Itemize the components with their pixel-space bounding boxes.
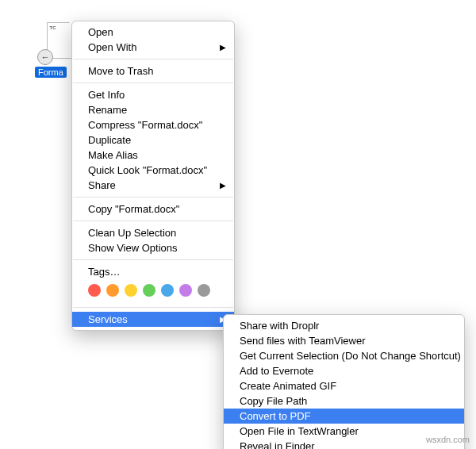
tag-dot[interactable]	[179, 284, 192, 297]
tag-dot[interactable]	[198, 284, 210, 297]
menu-item-label: Copy "Format.docx"	[88, 203, 179, 215]
context-menu[interactable]: OpenOpen With▶Move to TrashGet InfoRenam…	[71, 21, 235, 331]
menu-item[interactable]: Move to Trash	[72, 63, 234, 79]
submenu-item-label: Create Animated GIF	[240, 380, 336, 392]
submenu-item-label: Send files with TeamViewer	[240, 335, 366, 347]
tag-dot[interactable]	[161, 284, 174, 297]
menu-item-label: Show View Options	[88, 242, 178, 254]
menu-item[interactable]: Get Info	[72, 87, 234, 102]
menu-item-label: Clean Up Selection	[88, 227, 176, 239]
submenu-item[interactable]: Get Current Selection (Do Not Change Sho…	[224, 348, 464, 363]
watermark: wsxdn.com	[426, 435, 470, 444]
menu-item-label: Tags…	[88, 266, 120, 278]
menu-separator	[73, 59, 233, 59]
menu-item-label: Move to Trash	[88, 65, 153, 77]
submenu-item[interactable]: Create Animated GIF	[224, 378, 464, 393]
submenu-item-label: Add to Evernote	[240, 365, 313, 377]
tag-dot[interactable]	[125, 284, 137, 297]
tag-dot[interactable]	[88, 284, 101, 297]
submenu-item-label: Get Current Selection (Do Not Change Sho…	[240, 350, 461, 362]
menu-item-label: Make Alias	[88, 149, 138, 161]
menu-separator	[73, 197, 233, 198]
submenu-item-label: Reveal in Finder	[240, 440, 315, 449]
tag-color-row	[72, 279, 234, 303]
menu-item[interactable]: Open With▶	[72, 40, 234, 55]
submenu-item[interactable]: Send files with TeamViewer	[224, 333, 464, 348]
menu-item[interactable]: Open	[72, 25, 234, 40]
tag-dot[interactable]	[106, 284, 119, 297]
submenu-item-label: Share with Droplr	[240, 320, 319, 332]
submenu-item[interactable]: Add to Evernote	[224, 363, 464, 378]
file-label[interactable]: Forma	[35, 67, 67, 78]
menu-item-label: Duplicate	[88, 134, 131, 146]
submenu-arrow-icon: ▶	[220, 181, 226, 190]
menu-item[interactable]: Compress "Format.docx"	[72, 117, 234, 132]
menu-item[interactable]: Make Alias	[72, 148, 234, 163]
menu-item-label: Services	[88, 313, 128, 325]
file-type-badge: TC	[50, 25, 56, 30]
menu-item[interactable]: Share▶	[72, 178, 234, 193]
menu-item-label: Share	[88, 179, 116, 191]
menu-separator	[73, 221, 233, 221]
menu-item[interactable]: Quick Look "Format.docx"	[72, 163, 234, 178]
submenu-item[interactable]: Copy File Path	[224, 393, 464, 409]
menu-item-label: Get Info	[88, 89, 125, 101]
menu-item-label: Quick Look "Format.docx"	[88, 164, 207, 176]
menu-item-label: Compress "Format.docx"	[88, 119, 202, 131]
menu-item[interactable]: Clean Up Selection	[72, 225, 234, 240]
recent-arrow-icon: ←	[37, 49, 53, 65]
menu-item[interactable]: Copy "Format.docx"	[72, 201, 234, 217]
services-submenu[interactable]: Share with DroplrSend files with TeamVie…	[223, 314, 465, 449]
submenu-item-label: Open File in TextWrangler	[240, 425, 359, 437]
menu-item[interactable]: Duplicate	[72, 132, 234, 148]
menu-separator	[73, 307, 233, 308]
menu-item[interactable]: Show View Options	[72, 240, 234, 255]
submenu-arrow-icon: ▶	[220, 43, 226, 52]
submenu-item[interactable]: Convert to PDF	[224, 409, 464, 424]
menu-item[interactable]: Tags…	[72, 264, 234, 279]
tag-dot[interactable]	[143, 284, 155, 297]
menu-item[interactable]: Services▶	[72, 312, 234, 327]
submenu-item-label: Copy File Path	[240, 395, 307, 407]
menu-item-label: Open With	[88, 41, 136, 53]
menu-item[interactable]: Rename	[72, 102, 234, 117]
menu-separator	[73, 83, 233, 83]
menu-item-label: Open	[88, 26, 113, 38]
submenu-item[interactable]: Share with Droplr	[224, 318, 464, 333]
menu-item-label: Rename	[88, 104, 127, 116]
menu-separator	[73, 259, 233, 260]
submenu-item-label: Convert to PDF	[240, 410, 311, 422]
